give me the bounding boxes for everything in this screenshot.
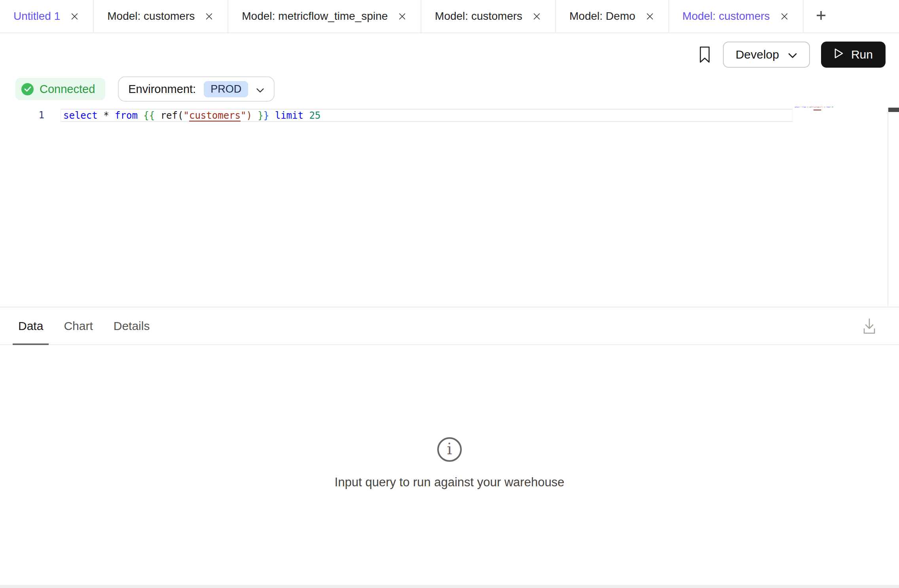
tab-label: Model: customers [683, 10, 770, 23]
code-token: " [241, 110, 246, 121]
develop-button-label: Develop [736, 48, 779, 61]
close-icon[interactable] [532, 11, 542, 21]
code-token [303, 110, 309, 121]
results-tabbar: DataChartDetails [0, 307, 899, 345]
results-tab-label: Details [114, 319, 150, 333]
tab-label: Model: customers [435, 10, 522, 23]
chevron-down-icon [788, 48, 797, 61]
code-token [155, 110, 160, 121]
code-current-line[interactable]: select * from {{ ref("customers") }} lim… [61, 109, 793, 122]
check-icon [21, 83, 34, 95]
tab-5[interactable]: Model: customers [669, 0, 804, 32]
develop-button[interactable]: Develop [723, 42, 810, 68]
info-icon: i [437, 437, 462, 462]
code-token: 25 [831, 106, 833, 108]
environment-value-badge: PROD [204, 81, 248, 97]
close-icon[interactable] [70, 11, 80, 21]
code-token: customers [189, 110, 241, 121]
close-icon[interactable] [397, 11, 407, 21]
results-tab-label: Chart [64, 319, 93, 333]
code-token: } [258, 110, 263, 121]
environment-selector[interactable]: Environment: PROD [118, 76, 275, 102]
code-token: select [63, 110, 98, 121]
code-token: {{ [143, 110, 155, 121]
results-tab-data[interactable]: Data [13, 307, 49, 344]
empty-state-message: Input query to run against your warehous… [335, 475, 565, 489]
code-token [269, 110, 275, 121]
results-tab-details[interactable]: Details [108, 307, 156, 344]
code-token: } [264, 110, 269, 121]
results-tab-chart[interactable]: Chart [58, 307, 98, 344]
environment-label: Environment: [128, 83, 196, 96]
code-token: 25 [309, 110, 321, 121]
run-button[interactable]: Run [821, 42, 886, 68]
bottom-divider [0, 585, 899, 588]
code-token: ) [246, 110, 252, 121]
editor-minimap[interactable]: select * from {{ ref("customers") }} lim… [795, 106, 830, 108]
tab-1[interactable]: Model: customers [94, 0, 228, 32]
results-tab-label: Data [18, 319, 43, 333]
tab-0[interactable]: Untitled 1 [0, 0, 94, 32]
chevron-down-icon [256, 83, 264, 96]
close-icon[interactable] [780, 11, 789, 21]
close-icon[interactable] [204, 11, 214, 21]
bookmark-icon[interactable] [698, 46, 712, 64]
code-token: * [103, 110, 109, 121]
play-icon [834, 47, 844, 62]
tab-2[interactable]: Model: metricflow_time_spine [228, 0, 421, 32]
results-panel: DataChartDetails i Input query to run ag… [0, 307, 899, 588]
toolbar: Develop Run [0, 33, 899, 76]
code-token: ref [161, 110, 178, 121]
code-token: " [183, 110, 189, 121]
code-token: select [795, 106, 800, 108]
sql-editor[interactable]: 1 select * from {{ ref("customers") }} l… [0, 102, 899, 307]
app-root: Untitled 1Model: customersModel: metricf… [0, 0, 899, 588]
tab-label: Model: Demo [569, 10, 635, 23]
tab-3[interactable]: Model: customers [421, 0, 556, 32]
tab-label: Model: metricflow_time_spine [242, 10, 388, 23]
editor-scrollbar[interactable] [888, 108, 899, 307]
close-icon[interactable] [645, 11, 655, 21]
empty-state: i Input query to run against your wareho… [0, 437, 899, 489]
status-row: Connected Environment: PROD [0, 76, 899, 102]
code-token: ( [178, 110, 183, 121]
run-button-label: Run [851, 48, 873, 61]
tab-4[interactable]: Model: Demo [556, 0, 669, 32]
code-token [98, 110, 103, 121]
new-tab-button[interactable] [804, 0, 838, 32]
code-token [252, 110, 258, 121]
download-icon[interactable] [862, 317, 876, 335]
code-token: from [115, 110, 138, 121]
tab-label: Untitled 1 [13, 10, 60, 23]
code-token: limit [826, 106, 831, 108]
connection-status-label: Connected [40, 83, 95, 96]
code-token: customers [814, 106, 821, 108]
line-number: 1 [0, 109, 44, 122]
code-token: limit [275, 110, 303, 121]
editor-tabbar: Untitled 1Model: customersModel: metricf… [0, 0, 899, 33]
connection-status-badge: Connected [15, 78, 105, 100]
scrollbar-thumb[interactable] [888, 108, 899, 112]
code-token [109, 110, 115, 121]
code-token [138, 110, 143, 121]
code-content: select * from {{ ref("customers") }} lim… [63, 110, 321, 121]
plus-icon [816, 10, 827, 23]
tab-label: Model: customers [107, 10, 195, 23]
